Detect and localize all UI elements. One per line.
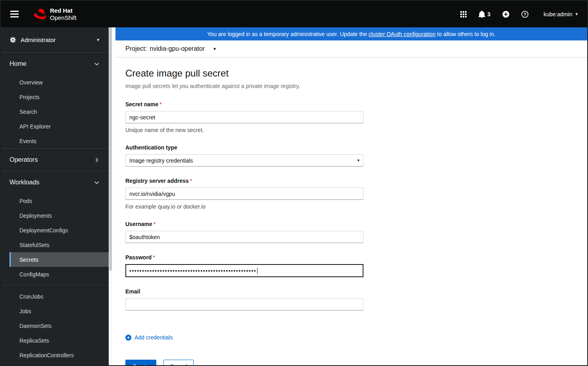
registry-address-label: Registry server address* — [125, 178, 587, 184]
nav-section-operators: Operators — [1, 148, 109, 171]
required-asterisk: * — [190, 178, 192, 184]
authentication-type-select[interactable]: Image registry credentials ▾ — [125, 154, 363, 167]
chevron-right-icon — [96, 157, 98, 162]
sidebar-item-events[interactable]: Events — [1, 134, 109, 148]
nav-item-label: Jobs — [19, 308, 31, 314]
sidebar-item-daemonsets[interactable]: DaemonSets — [1, 318, 109, 333]
sidebar-item-search[interactable]: Search — [1, 104, 109, 119]
email-label: Email — [125, 288, 587, 295]
nav-item-label: Events — [19, 138, 37, 144]
sidebar-item-deploymentconfigs[interactable]: DeploymentConfigs — [1, 223, 109, 238]
nav-item-label: DeploymentConfigs — [19, 227, 68, 234]
chevron-down-icon — [94, 181, 99, 184]
selected-option: Image registry credentials — [129, 157, 193, 164]
password-input[interactable]: ••••••••••••••••••••••••••••••••••••••••… — [125, 264, 363, 277]
cancel-button[interactable]: Cancel — [163, 360, 194, 366]
email-input[interactable] — [125, 298, 363, 310]
nav-section-workloads: Workloads Pods Deployments DeploymentCon… — [1, 171, 109, 362]
sidebar-item-api-explorer[interactable]: API Explorer — [1, 119, 109, 134]
password-masked-value: ••••••••••••••••••••••••••••••••••••••••… — [129, 268, 256, 274]
page-title: Create image pull secret — [125, 68, 587, 79]
notification-count: 3 — [487, 11, 490, 17]
quick-create-button[interactable] — [502, 11, 509, 18]
secret-name-help: Unique name of the new secret. — [125, 127, 587, 133]
masthead-toolbar: 3 ? kube:admin ▾ — [460, 11, 578, 18]
nav-item-label: Overview — [19, 79, 42, 86]
sidebar-scrollbar[interactable] — [109, 27, 112, 365]
sidebar-item-projects[interactable]: Projects — [1, 90, 109, 104]
user-menu[interactable]: kube:admin ▾ — [544, 11, 578, 17]
sidebar-item-replicationcontrollers[interactable]: ReplicationControllers — [1, 348, 109, 362]
registry-address-input[interactable] — [125, 188, 363, 200]
field-label-text: Password — [125, 254, 152, 261]
sidebar-item-secrets[interactable]: Secrets — [10, 252, 109, 267]
text-cursor — [257, 268, 257, 274]
sidebar: Administrator ▾ Home Overview Projects S… — [1, 27, 109, 365]
required-asterisk: * — [159, 101, 161, 107]
caret-down-icon: ▾ — [575, 12, 578, 16]
nav-item-label: ReplicationControllers — [19, 352, 74, 358]
masthead: Red Hat OpenShift 3 — [1, 1, 587, 27]
nav-section-home: Home Overview Projects Search API Explor… — [1, 53, 109, 148]
username-input[interactable] — [125, 231, 363, 243]
email-group: Email — [125, 288, 587, 310]
secret-name-input[interactable] — [125, 111, 363, 123]
perspective-label: Administrator — [21, 36, 56, 43]
sidebar-item-jobs[interactable]: Jobs — [1, 304, 109, 318]
nav-item-label: API Explorer — [19, 123, 51, 130]
bell-icon — [478, 11, 485, 18]
field-label-text: Username — [125, 221, 152, 227]
page-subtitle: Image pull secrets let you authenticate … — [125, 83, 587, 89]
nav-header-workloads[interactable]: Workloads — [1, 171, 109, 194]
sidebar-item-deployments[interactable]: Deployments — [1, 208, 109, 223]
sidebar-item-replicasets[interactable]: ReplicaSets — [1, 333, 109, 348]
scrollbar-thumb[interactable] — [109, 27, 112, 270]
nav-header-home[interactable]: Home — [1, 53, 109, 75]
notifications-button[interactable]: 3 — [478, 11, 490, 18]
chevron-down-icon — [94, 63, 99, 65]
username-label: Username* — [125, 221, 587, 227]
gear-icon — [10, 36, 16, 43]
nav-header-operators[interactable]: Operators — [1, 149, 109, 171]
create-button[interactable]: Create — [125, 360, 156, 366]
main-content: You are logged in as a temporary adminis… — [112, 27, 587, 365]
nav-divider — [1, 285, 109, 286]
nav-item-label: ConfigMaps — [19, 271, 49, 278]
openshift-console-window: Red Hat OpenShift 3 — [0, 0, 588, 366]
brand-text: Red Hat OpenShift — [50, 7, 77, 21]
caret-down-icon: ▾ — [357, 158, 359, 163]
username-group: Username* — [125, 221, 587, 243]
nav-item-label: Secrets — [19, 257, 38, 263]
password-label: Password* — [125, 254, 587, 261]
perspective-switcher[interactable]: Administrator ▾ — [1, 27, 109, 53]
add-credentials-label: Add credentials — [135, 334, 173, 341]
redhat-openshift-logo[interactable]: Red Hat OpenShift — [34, 7, 77, 21]
banner-text-suffix: to allow others to log in. — [436, 31, 496, 37]
add-credentials-link[interactable]: Add credentials — [125, 334, 173, 341]
authentication-type-label: Authentication type — [125, 144, 587, 151]
sidebar-item-cronjobs[interactable]: CronJobs — [1, 289, 109, 304]
nav-header-label: Home — [10, 60, 27, 67]
sidebar-item-pods[interactable]: Pods — [1, 194, 109, 208]
password-group: Password* ••••••••••••••••••••••••••••••… — [125, 254, 587, 277]
project-selector[interactable]: Project: nvidia-gpu-operator ▾ — [115, 40, 587, 57]
brand-line1: Red Hat — [50, 7, 77, 14]
cluster-oauth-link[interactable]: cluster OAuth configuration — [369, 31, 436, 37]
authentication-type-group: Authentication type Image registry crede… — [125, 144, 587, 167]
sidebar-item-overview[interactable]: Overview — [1, 75, 109, 90]
plus-circle-icon — [125, 335, 131, 341]
nav-header-label: Operators — [10, 156, 38, 163]
create-secret-form: Secret name* Unique name of the new secr… — [125, 101, 587, 310]
project-label: Project: — [125, 45, 147, 52]
app-launcher-icon[interactable] — [460, 11, 467, 17]
banner-text: You are logged in as a temporary adminis… — [207, 31, 495, 37]
redhat-fedora-icon — [34, 9, 46, 19]
brand-line2: OpenShift — [50, 14, 77, 21]
main-row: Administrator ▾ Home Overview Projects S… — [1, 27, 587, 365]
sidebar-item-configmaps[interactable]: ConfigMaps — [1, 267, 109, 282]
field-label-text: Secret name — [125, 101, 158, 107]
banner-text-prefix: You are logged in as a temporary adminis… — [207, 31, 369, 37]
help-button[interactable]: ? — [521, 11, 528, 18]
menu-toggle-icon[interactable] — [10, 11, 19, 17]
sidebar-item-statefulsets[interactable]: StatefulSets — [1, 238, 109, 252]
